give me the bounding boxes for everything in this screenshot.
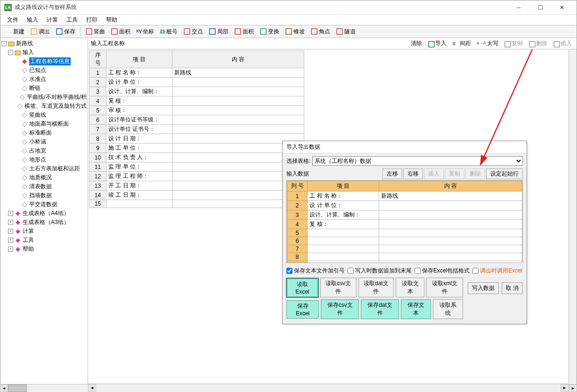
toolbar-jdn[interactable]: 角点 [308, 26, 333, 37]
dlg-保存csv文件-button[interactable]: 保存csv文件 [321, 299, 359, 319]
menu-item[interactable]: 帮助 [102, 15, 121, 25]
dlg-左移-button[interactable]: 左移 [382, 168, 402, 179]
tree-node[interactable]: -输入 [1, 48, 87, 57]
tree-node[interactable]: 标准断面 [1, 128, 87, 137]
tree-node[interactable]: 地形点 [1, 155, 87, 164]
dlg-设定起始行-button[interactable]: 设定起始行 [486, 168, 523, 179]
zs-icon: zs [160, 28, 165, 35]
dlg-保存文本-button[interactable]: 保存文本 [401, 299, 431, 319]
close-button[interactable]: ✕ [551, 0, 573, 15]
tree-node[interactable]: 挡墙数据 [1, 191, 87, 200]
tree-node[interactable]: 平曲线/不对称平曲线/积 [1, 93, 87, 102]
toolbar-area[interactable]: 面积 [108, 26, 133, 37]
content-vscrollbar[interactable] [569, 49, 577, 384]
dlg-保存Excel-button[interactable]: 保存Excel [286, 300, 319, 319]
tree-expander-icon[interactable]: + [8, 211, 13, 216]
toolbar-bh[interactable]: 变换 [257, 26, 282, 37]
dlg-删除-button[interactable]: 删除 [465, 168, 485, 179]
scroll-left-icon[interactable]: ◄ [0, 384, 8, 392]
spacing-icon: ≡ [452, 40, 459, 47]
svg-rect-17 [529, 41, 535, 47]
tree-node[interactable]: 地质概况 [1, 173, 87, 182]
toolbar-new[interactable]: 新建 [2, 26, 27, 37]
tree-node[interactable]: 水准点 [1, 75, 87, 84]
maximize-button[interactable]: ☐ [529, 0, 551, 15]
content-scrollbar[interactable]: ◄ ► [88, 384, 569, 392]
sidebar-scrollbar[interactable]: ◄ ► [0, 384, 88, 392]
toolbar-jb[interactable]: 局部 [206, 26, 231, 37]
tree-icon [21, 121, 28, 128]
header-大写-button[interactable]: a→A大写 [475, 39, 500, 48]
tree-node[interactable]: 平交道数据 [1, 200, 87, 209]
tree-node[interactable]: +生成表格（A4纸） [1, 209, 87, 218]
dlg-check[interactable]: 保存Excel包括格式 [414, 267, 470, 275]
dlg-插入-button[interactable]: 插入 [424, 168, 444, 179]
toolbar-zs[interactable]: zs桩号 [157, 26, 180, 37]
tree-node[interactable]: +工具 [1, 236, 87, 245]
tree-node[interactable]: +生成表格（A3纸） [1, 218, 87, 227]
open-icon [30, 28, 38, 35]
toolbar-zp[interactable]: 锥坡 [283, 26, 307, 37]
menu-item[interactable]: 输入 [23, 15, 42, 25]
dialog-grid-wrap[interactable]: 列 号项 目内 容1工 程 名 称：新路线2设 计 单 位：3设计、计算、编制：… [286, 180, 523, 263]
dlg-读取dat文件-button[interactable]: 读取dat文件 [358, 278, 394, 297]
area2-icon [234, 28, 242, 35]
tree-node[interactable]: 竖曲线 [1, 111, 87, 120]
menu-item[interactable]: 计算 [43, 15, 62, 25]
tree-node[interactable]: 地面高与横断面 [1, 120, 87, 128]
dlg-复制-button[interactable]: 复制 [445, 168, 464, 179]
tree-node[interactable]: -新路线 [1, 39, 87, 48]
tree-expander-icon[interactable]: - [8, 50, 13, 55]
dlg-读取xml文件-button[interactable]: 读取xml文件 [426, 278, 463, 297]
tree-expander-icon[interactable]: + [8, 220, 13, 225]
dlg-check[interactable]: 写入时数据追加到末尾 [348, 267, 412, 275]
toolbar-vc[interactable]: 竖曲 [83, 26, 107, 37]
toolbar-open[interactable]: 调出 [28, 26, 52, 37]
tree-expander-icon[interactable]: + [8, 229, 13, 234]
dlg-读取文本-button[interactable]: 读取文本 [396, 278, 424, 297]
dlg-写入数据-button[interactable]: 写入数据 [468, 282, 499, 294]
dlg-取  消-button[interactable]: 取 消 [502, 282, 523, 294]
tree-node[interactable]: 小桥涵 [1, 137, 87, 146]
dlg-保存dat文件-button[interactable]: 保存dat文件 [361, 299, 398, 319]
tree-node[interactable]: +计算 [1, 227, 87, 236]
toolbar-sd[interactable]: 隧道 [333, 26, 358, 37]
scroll-left-icon[interactable]: ◄ [88, 384, 96, 392]
dlg-右移-button[interactable]: 右移 [403, 168, 423, 179]
tree-node[interactable]: 土石方表加桩和运距 [1, 164, 87, 173]
menu-item[interactable]: 工具 [63, 15, 81, 25]
tree-node[interactable]: 断链 [1, 84, 87, 93]
tree-expander-icon[interactable]: + [8, 247, 13, 252]
dlg-读取csv文件-button[interactable]: 读取csv文件 [320, 278, 357, 297]
tree-node[interactable]: 已知点 [1, 66, 87, 75]
main-grid[interactable]: 序 号项 目内 容1工 程 名 称：新路线2设 计 单 位：3设计、计算、编制：… [89, 50, 304, 208]
dialog-grid[interactable]: 列 号项 目内 容1工 程 名 称：新路线2设 计 单 位：3设计、计算、编制：… [287, 181, 522, 263]
tree-icon [21, 85, 28, 92]
svg-rect-3 [86, 29, 92, 34]
scroll-right-icon[interactable]: ► [561, 384, 569, 392]
minimize-button[interactable]: ─ [508, 0, 529, 15]
tree-node[interactable]: 占地宽 [1, 146, 87, 155]
dlg-check[interactable]: 保存文本文件加引号 [286, 267, 345, 275]
select-table-dropdown[interactable]: 系统（工程名称）数据 [312, 156, 523, 166]
header-导入-button[interactable]: 导入 [426, 39, 448, 48]
menu-item[interactable]: 文件 [3, 15, 22, 25]
tree-node[interactable]: 工程名称等信息 [1, 57, 87, 66]
dlg-check[interactable]: 调出时调用Excel [472, 267, 522, 275]
scroll-thumb[interactable] [8, 384, 27, 392]
header-间距-button[interactable]: ≡间距 [450, 39, 473, 48]
dlg-读取系统-button[interactable]: 读取系统 [433, 299, 463, 319]
dlg-读取Excel-button[interactable]: 读取Excel [286, 278, 318, 297]
copy-icon [504, 40, 511, 47]
tree-expander-icon[interactable]: - [1, 41, 7, 46]
tree-node[interactable]: 清表数据 [1, 182, 87, 191]
menu-item[interactable]: 打印 [82, 15, 101, 25]
tree-expander-icon[interactable]: + [8, 238, 13, 243]
toolbar-jd[interactable]: 交点 [181, 26, 205, 37]
toolbar-save[interactable]: 保存 [53, 26, 78, 37]
toolbar-area2[interactable]: 面积 [232, 26, 256, 37]
tree-node[interactable]: 横坡、车道宽及旋转方式 [1, 102, 87, 111]
toolbar-xy[interactable]: xy坐标 [134, 26, 156, 37]
header-清除-button[interactable]: 清除 [401, 39, 424, 48]
tree-node[interactable]: +帮助 [1, 245, 87, 254]
